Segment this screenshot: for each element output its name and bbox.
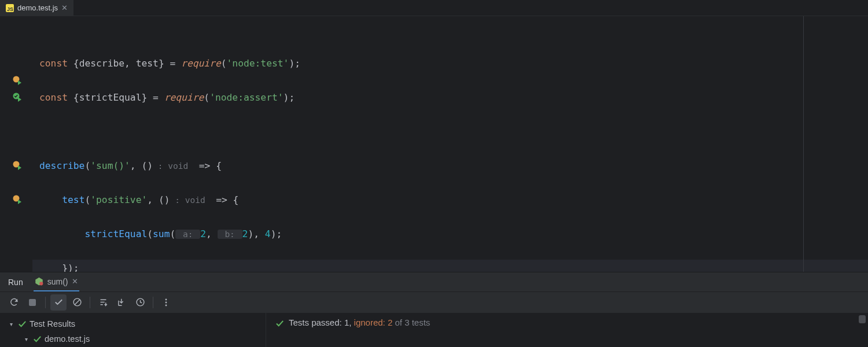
pass-icon xyxy=(33,335,42,344)
run-test-icon[interactable] xyxy=(13,76,22,85)
run-label[interactable]: Run xyxy=(8,278,23,287)
svg-point-4 xyxy=(39,282,43,285)
chevron-down-icon[interactable]: ▾ xyxy=(22,336,30,342)
stop-button[interactable] xyxy=(24,294,41,311)
editor-gutter xyxy=(0,16,32,272)
tree-file-row[interactable]: ▾ demo.test.js xyxy=(0,331,266,346)
code-editor[interactable]: const {describe, test} = require('node:t… xyxy=(0,16,868,272)
svg-rect-5 xyxy=(29,299,36,306)
chevron-down-icon[interactable]: ▾ xyxy=(7,321,15,327)
run-config-label: sum() xyxy=(47,277,68,286)
test-summary: Tests passed: 1, ignored: 2 of 3 tests xyxy=(266,313,868,347)
close-icon[interactable]: ✕ xyxy=(72,277,78,286)
run-test-icon[interactable] xyxy=(13,161,22,170)
toolbar-separator xyxy=(153,297,153,308)
more-button[interactable] xyxy=(158,294,174,311)
scrollbar-thumb[interactable] xyxy=(859,315,866,323)
import-tests-button[interactable] xyxy=(113,294,130,311)
test-tree[interactable]: ▾ Test Results ▾ demo.test.js xyxy=(0,313,266,347)
sort-button[interactable] xyxy=(95,294,111,311)
tree-root-row[interactable]: ▾ Test Results xyxy=(0,316,266,331)
code-area[interactable]: const {describe, test} = require('node:t… xyxy=(32,16,868,272)
editor-tab-label: demo.test.js xyxy=(17,3,58,12)
run-panel-header: Run sum() ✕ xyxy=(0,272,868,291)
toolbar-separator xyxy=(90,297,90,308)
svg-point-9 xyxy=(165,298,167,300)
run-test-pass-icon[interactable] xyxy=(13,93,22,102)
pass-icon xyxy=(275,319,284,328)
show-passed-button[interactable] xyxy=(50,294,67,311)
summary-text: Tests passed: 1, ignored: 2 of 3 tests xyxy=(289,318,430,327)
svg-line-7 xyxy=(75,300,80,305)
js-file-icon: JS xyxy=(6,4,14,12)
test-results-pane: ▾ Test Results ▾ demo.test.js Tests pass… xyxy=(0,312,868,347)
svg-point-11 xyxy=(165,304,167,306)
show-ignored-button[interactable] xyxy=(69,294,85,311)
editor-tab-demo-test[interactable]: JS demo.test.js ✕ xyxy=(0,0,73,16)
rerun-button[interactable] xyxy=(6,294,22,311)
svg-point-10 xyxy=(165,301,167,303)
toolbar-separator xyxy=(45,297,46,308)
run-config-tab[interactable]: sum() ✕ xyxy=(34,272,80,291)
right-margin-guide xyxy=(803,16,804,272)
tree-root-label: Test Results xyxy=(30,319,75,328)
pass-icon xyxy=(18,320,27,328)
close-icon[interactable]: ✕ xyxy=(61,3,68,12)
test-history-button[interactable] xyxy=(132,294,148,311)
run-toolbar xyxy=(0,291,868,312)
editor-tabbar: JS demo.test.js ✕ xyxy=(0,0,868,16)
nodejs-icon xyxy=(35,277,43,286)
tree-file-label: demo.test.js xyxy=(45,334,90,344)
run-test-icon[interactable] xyxy=(13,195,22,204)
